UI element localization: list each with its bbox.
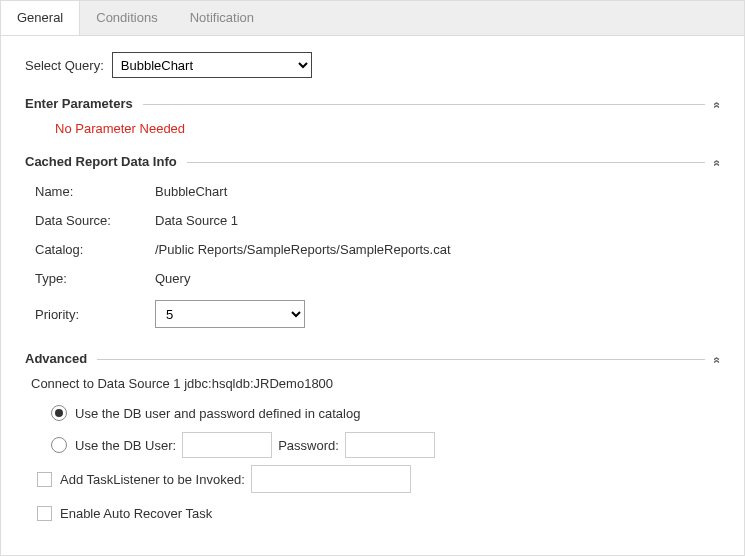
radio-use-dbuser[interactable] bbox=[51, 437, 67, 453]
collapse-icon[interactable]: « bbox=[712, 101, 724, 106]
tab-notification[interactable]: Notification bbox=[174, 1, 270, 35]
priority-label: Priority: bbox=[35, 307, 155, 322]
section-title-parameters: Enter Parameters bbox=[25, 96, 143, 111]
radio-row-catalog[interactable]: Use the DB user and password defined in … bbox=[51, 399, 720, 427]
dialog-panel: General Conditions Notification Select Q… bbox=[0, 0, 745, 556]
info-row-priority: Priority: 5 bbox=[35, 293, 720, 335]
catalog-label: Catalog: bbox=[35, 242, 155, 257]
tasklistener-label: Add TaskListener to be Invoked: bbox=[60, 472, 245, 487]
section-divider bbox=[187, 162, 706, 163]
info-row-catalog: Catalog: /Public Reports/SampleReports/S… bbox=[35, 235, 720, 264]
collapse-icon[interactable]: « bbox=[712, 356, 724, 361]
radio-use-catalog-label: Use the DB user and password defined in … bbox=[75, 406, 360, 421]
autorecover-label: Enable Auto Recover Task bbox=[60, 506, 212, 521]
tab-general[interactable]: General bbox=[1, 1, 80, 35]
password-label: Password: bbox=[278, 438, 339, 453]
priority-value-wrap: 5 bbox=[155, 300, 305, 328]
tab-content: Select Query: BubbleChart Enter Paramete… bbox=[1, 36, 744, 543]
select-query-dropdown[interactable]: BubbleChart bbox=[112, 52, 312, 78]
checkbox-row-tasklistener: Add TaskListener to be Invoked: bbox=[37, 465, 720, 493]
radio-use-catalog[interactable] bbox=[51, 405, 67, 421]
db-user-input[interactable] bbox=[182, 432, 272, 458]
radio-row-dbuser[interactable]: Use the DB User: Password: bbox=[51, 431, 720, 459]
cached-info-grid: Name: BubbleChart Data Source: Data Sour… bbox=[35, 177, 720, 335]
name-value: BubbleChart bbox=[155, 184, 227, 199]
info-row-type: Type: Query bbox=[35, 264, 720, 293]
collapse-icon[interactable]: « bbox=[712, 159, 724, 164]
checkbox-tasklistener[interactable] bbox=[37, 472, 52, 487]
datasource-label: Data Source: bbox=[35, 213, 155, 228]
section-enter-parameters[interactable]: Enter Parameters « bbox=[25, 96, 720, 111]
no-parameter-message: No Parameter Needed bbox=[55, 121, 720, 136]
datasource-value: Data Source 1 bbox=[155, 213, 238, 228]
section-title-advanced: Advanced bbox=[25, 351, 97, 366]
checkbox-row-autorecover: Enable Auto Recover Task bbox=[37, 499, 720, 527]
section-advanced[interactable]: Advanced « bbox=[25, 351, 720, 366]
priority-dropdown[interactable]: 5 bbox=[155, 300, 305, 328]
section-title-cached: Cached Report Data Info bbox=[25, 154, 187, 169]
db-password-input[interactable] bbox=[345, 432, 435, 458]
section-divider bbox=[143, 104, 706, 105]
catalog-value: /Public Reports/SampleReports/SampleRepo… bbox=[155, 242, 451, 257]
section-divider bbox=[97, 359, 705, 360]
name-label: Name: bbox=[35, 184, 155, 199]
advanced-body: Connect to Data Source 1 jdbc:hsqldb:JRD… bbox=[31, 376, 720, 527]
radio-use-dbuser-label: Use the DB User: bbox=[75, 438, 176, 453]
select-query-label: Select Query: bbox=[25, 58, 104, 73]
tasklistener-input[interactable] bbox=[251, 465, 411, 493]
connect-text: Connect to Data Source 1 jdbc:hsqldb:JRD… bbox=[31, 376, 720, 391]
type-label: Type: bbox=[35, 271, 155, 286]
tab-conditions[interactable]: Conditions bbox=[80, 1, 173, 35]
tab-bar: General Conditions Notification bbox=[1, 1, 744, 36]
type-value: Query bbox=[155, 271, 190, 286]
select-query-row: Select Query: BubbleChart bbox=[25, 52, 720, 78]
checkbox-autorecover[interactable] bbox=[37, 506, 52, 521]
section-cached-report[interactable]: Cached Report Data Info « bbox=[25, 154, 720, 169]
info-row-name: Name: BubbleChart bbox=[35, 177, 720, 206]
info-row-datasource: Data Source: Data Source 1 bbox=[35, 206, 720, 235]
